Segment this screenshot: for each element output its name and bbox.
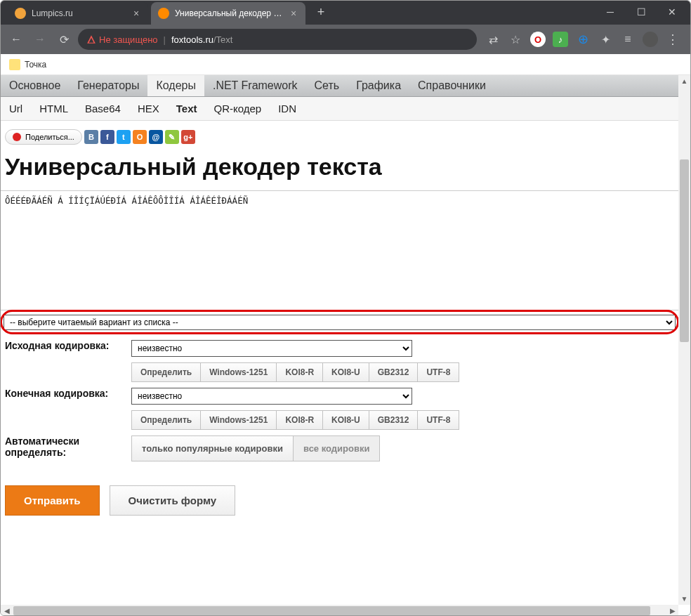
encoding-preset-button[interactable]: Определить — [131, 410, 201, 430]
topnav-item[interactable]: Справочники — [409, 75, 494, 96]
subnav-item[interactable]: QR-кодер — [205, 97, 270, 120]
encoding-preset-button[interactable]: UTF-8 — [417, 362, 459, 382]
new-tab-button[interactable]: + — [311, 2, 331, 22]
target-encoding-select[interactable]: неизвестно — [131, 388, 412, 405]
scroll-down-arrow[interactable]: ▼ — [678, 593, 690, 605]
sub-nav: UrlHTMLBase64HEXTextQR-кодерIDN — [1, 97, 678, 121]
social-icon[interactable]: B — [84, 130, 98, 144]
bookmark-folder-icon — [9, 59, 20, 70]
clear-button[interactable]: Очистить форму — [110, 485, 236, 516]
scroll-thumb[interactable] — [680, 159, 689, 342]
close-button[interactable]: ✕ — [657, 2, 687, 22]
encoding-preset-button[interactable]: KOI8-R — [276, 362, 323, 382]
social-icon[interactable]: @ — [149, 130, 163, 144]
target-encoding-label: Конечная кодировка: — [1, 385, 127, 433]
maximize-button[interactable]: ☐ — [626, 2, 657, 22]
share-row: Поделиться... BftO@✎g+ — [1, 121, 678, 150]
auto-popular-button[interactable]: только популярные кодировки — [131, 435, 294, 461]
subnav-item[interactable]: Base64 — [77, 97, 129, 120]
reading-list-icon[interactable]: ≡ — [620, 32, 636, 47]
encoding-preset-button[interactable]: UTF-8 — [417, 410, 459, 430]
tab-lumpics[interactable]: Lumpics.ru × — [8, 2, 148, 25]
social-icon[interactable]: f — [100, 130, 114, 144]
url-path: /Text — [213, 34, 232, 45]
encoding-preset-button[interactable]: KOI8-R — [276, 410, 323, 430]
submit-button[interactable]: Отправить — [5, 485, 100, 516]
bookmarks-bar: Точка — [1, 54, 690, 75]
source-encoding-select[interactable]: неизвестно — [131, 340, 412, 357]
social-icon[interactable]: ✎ — [165, 130, 179, 144]
extension-opera-icon[interactable]: O — [530, 32, 546, 47]
encoding-preset-button[interactable]: GB2312 — [369, 410, 419, 430]
auto-all-button[interactable]: все кодировки — [293, 435, 380, 461]
share-icon — [13, 133, 21, 141]
source-encoding-label: Исходная кодировка: — [1, 337, 127, 385]
tab-title: Lumpics.ru — [32, 8, 127, 18]
social-icon[interactable]: g+ — [181, 130, 195, 144]
scroll-up-arrow[interactable]: ▲ — [678, 75, 690, 87]
encoding-preset-button[interactable]: GB2312 — [369, 362, 419, 382]
extension-music-icon[interactable]: ♪ — [553, 32, 568, 47]
tab-strip: Lumpics.ru × Универсальный декодер текст… — [1, 2, 595, 25]
encoding-preset-button[interactable]: Windows-1251 — [200, 410, 277, 430]
auto-detect-label: Автоматически определять: — [1, 433, 127, 464]
topnav-item[interactable]: Графика — [348, 75, 409, 96]
page-content: ОсновноеГенераторыКодеры.NET FrameworkСе… — [1, 75, 678, 605]
encoding-preset-button[interactable]: KOI8-U — [322, 362, 369, 382]
topnav-item[interactable]: Кодеры — [147, 75, 204, 96]
social-icon[interactable]: t — [117, 130, 131, 144]
bookmark-star-icon[interactable]: ☆ — [508, 32, 523, 47]
extension-globe-icon[interactable]: ⊕ — [575, 32, 591, 47]
back-button[interactable]: ← — [6, 30, 26, 49]
scroll-left-arrow[interactable]: ◀ — [1, 605, 13, 616]
share-button[interactable]: Поделиться... — [5, 129, 82, 145]
encoding-preset-button[interactable]: KOI8-U — [322, 410, 369, 430]
translate-icon[interactable]: ⇄ — [485, 32, 501, 47]
address-bar[interactable]: Не защищено | foxtools.ru/Text — [78, 29, 477, 50]
warning-icon — [86, 34, 96, 44]
variant-select[interactable]: -- выберите читаемый вариант из списка -… — [4, 315, 676, 330]
url-host: foxtools.ru — [171, 34, 213, 45]
encoding-preset-button[interactable]: Windows-1251 — [200, 362, 277, 382]
tab-title: Универсальный декодер текста — [175, 8, 284, 18]
browser-chrome: Lumpics.ru × Универсальный декодер текст… — [1, 1, 690, 54]
menu-icon[interactable]: ⋮ — [665, 32, 680, 47]
horizontal-scrollbar[interactable]: ◀ ▶ — [1, 605, 678, 616]
text-input[interactable] — [1, 191, 678, 308]
scroll-thumb[interactable] — [13, 606, 650, 615]
subnav-item[interactable]: IDN — [270, 97, 305, 120]
topnav-item[interactable]: .NET Framework — [204, 75, 306, 96]
top-nav: ОсновноеГенераторыКодеры.NET FrameworkСе… — [1, 75, 678, 97]
share-label: Поделиться... — [25, 133, 74, 141]
minimize-button[interactable]: ─ — [595, 2, 626, 22]
extensions-puzzle-icon[interactable]: ✦ — [598, 32, 613, 47]
subnav-item[interactable]: HEX — [129, 97, 168, 120]
topnav-item[interactable]: Сеть — [306, 75, 348, 96]
tab-foxtools[interactable]: Универсальный декодер текста × — [151, 2, 305, 25]
close-icon[interactable]: × — [289, 8, 298, 18]
profile-avatar[interactable] — [643, 32, 658, 47]
forward-button[interactable]: → — [30, 30, 50, 49]
window-controls: ─ ☐ ✕ — [595, 2, 690, 25]
subnav-item[interactable]: Url — [1, 97, 31, 120]
topnav-item[interactable]: Генераторы — [69, 75, 147, 96]
page-title: Универсальный декодер текста — [1, 150, 678, 190]
encoding-preset-button[interactable]: Определить — [131, 362, 201, 382]
social-icon[interactable]: O — [133, 130, 147, 144]
security-warning: Не защищено — [86, 34, 158, 45]
scroll-right-arrow[interactable]: ▶ — [666, 605, 678, 616]
favicon — [158, 8, 169, 19]
vertical-scrollbar[interactable]: ▲ ▼ — [678, 75, 690, 605]
bookmark-item[interactable]: Точка — [25, 60, 46, 70]
subnav-item[interactable]: HTML — [31, 97, 77, 120]
topnav-item[interactable]: Основное — [1, 75, 69, 96]
favicon — [15, 8, 26, 19]
reload-button[interactable]: ⟳ — [54, 30, 74, 49]
close-icon[interactable]: × — [131, 8, 141, 18]
subnav-item[interactable]: Text — [168, 97, 206, 120]
